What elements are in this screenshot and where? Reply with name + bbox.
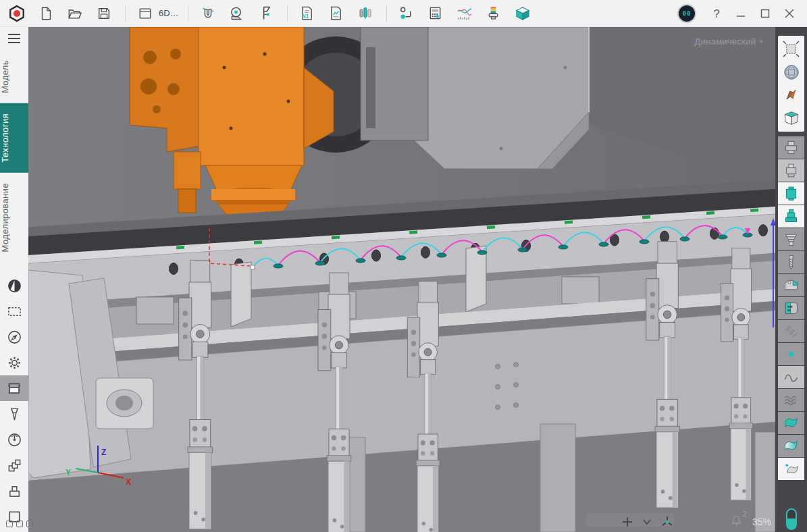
window-dots[interactable]: [6, 521, 33, 527]
nc-program-icon[interactable]: N1: [296, 2, 319, 25]
project-tab-label[interactable]: 6D…: [159, 8, 179, 18]
view-mode-dropdown[interactable]: Динамический ▼: [694, 36, 764, 47]
add-button[interactable]: [622, 516, 633, 527]
tab-technology[interactable]: Технология: [0, 103, 28, 173]
selection-frame-icon[interactable]: [0, 298, 28, 324]
workpiece-setup-icon[interactable]: [0, 375, 28, 401]
menu-hamburger-icon[interactable]: [0, 27, 28, 50]
workflow-icon[interactable]: [395, 2, 418, 25]
project-window-icon[interactable]: [134, 2, 157, 25]
viewport-3d[interactable]: Z X Y Динамический ▼ 2 35%: [28, 27, 775, 532]
assistant-face: 00: [677, 4, 696, 23]
flag-filled-icon[interactable]: [778, 412, 804, 434]
vice-icon[interactable]: [778, 274, 804, 296]
zoom-percent: 35%: [752, 516, 771, 527]
open-project-icon[interactable]: [63, 2, 86, 25]
tab-model[interactable]: Модель: [0, 50, 28, 103]
toolbar-separator: [287, 5, 288, 22]
press-icon[interactable]: [0, 478, 28, 504]
svg-text:?: ?: [713, 7, 719, 19]
app-logo-icon[interactable]: [5, 2, 28, 25]
left-sidebar: МодельТехнологияМоделирование: [0, 27, 28, 532]
maximize-icon[interactable]: [753, 2, 777, 25]
tool-library-icon[interactable]: [354, 2, 377, 25]
wave-icon[interactable]: [778, 366, 804, 388]
holder-teal-step-icon[interactable]: [778, 205, 804, 228]
holder-gray2-icon[interactable]: [778, 159, 804, 182]
globe-icon[interactable]: [778, 61, 804, 83]
svg-text:N1: N1: [302, 14, 309, 20]
settings-gear-icon[interactable]: [0, 350, 28, 375]
right-sidebar: [775, 27, 807, 532]
zoom-slider[interactable]: [786, 508, 797, 530]
flag-gradient-icon[interactable]: [778, 435, 804, 457]
measure-tape-icon[interactable]: [226, 2, 249, 25]
hatch-icon[interactable]: [778, 320, 804, 342]
surface-icon[interactable]: [778, 84, 804, 106]
notifications-bell-icon[interactable]: 2: [731, 514, 742, 529]
toolbar-separator: [386, 5, 387, 22]
view-mode-label: Динамический: [694, 36, 756, 47]
axis-y-label: Y: [66, 468, 71, 477]
viewport-status-bar: 2 35%: [622, 514, 771, 529]
assistant-eyes: 00: [683, 10, 692, 17]
holder-teal-icon[interactable]: [778, 182, 804, 205]
feed-gauge-icon[interactable]: [0, 427, 28, 452]
save-project-icon[interactable]: [93, 2, 115, 25]
cutting-tool-icon[interactable]: [0, 401, 28, 427]
navigation-compass-icon[interactable]: [0, 324, 28, 350]
copy-operations-icon[interactable]: [0, 452, 28, 478]
fit-extents-icon[interactable]: [778, 38, 804, 60]
head-icon[interactable]: [778, 297, 804, 319]
caliper-icon[interactable]: [255, 2, 278, 25]
shading-mode-icon[interactable]: [0, 273, 28, 298]
drill-icon[interactable]: [778, 251, 804, 273]
expand-chevron-icon[interactable]: [643, 519, 651, 525]
magnet-snap-icon[interactable]: [197, 2, 219, 25]
tab-simulation[interactable]: Моделирование: [0, 173, 28, 262]
main-toolbar: 6D…N1 00?: [0, 0, 807, 27]
toolbar-separator: [188, 5, 188, 22]
cube-icon[interactable]: [778, 107, 804, 129]
point-icon[interactable]: [778, 343, 804, 365]
diagrams-icon[interactable]: [453, 2, 476, 25]
axis-x-label: X: [126, 477, 131, 487]
nozzle-icon[interactable]: [778, 228, 804, 250]
material-box-icon[interactable]: [511, 2, 534, 25]
flag-start-icon[interactable]: [778, 458, 804, 480]
view-tools-panel: [778, 36, 804, 132]
viewport-3d-scene[interactable]: Z X Y: [28, 27, 775, 532]
help-icon[interactable]: ?: [704, 2, 729, 25]
chevron-down-icon: ▼: [758, 38, 764, 45]
waves-icon[interactable]: [778, 389, 804, 411]
app-window: { "toolbar": { "items": [ {"name":"app-l…: [0, 0, 807, 532]
report-icon[interactable]: [325, 2, 348, 25]
notification-count: 2: [743, 510, 747, 518]
calculator-icon[interactable]: [424, 2, 447, 25]
holder-gray-icon[interactable]: [778, 136, 804, 159]
minimize-icon[interactable]: [729, 2, 753, 25]
postprocessor-icon[interactable]: [482, 2, 505, 25]
new-document-icon[interactable]: [34, 2, 57, 25]
axis-z-label: Z: [101, 448, 106, 457]
toolbar-separator: [125, 5, 126, 22]
close-icon[interactable]: [777, 2, 802, 25]
assistant-icon[interactable]: 00: [675, 2, 698, 25]
tool-tip-point: [251, 265, 255, 270]
triad-toggle-icon[interactable]: [661, 516, 673, 528]
